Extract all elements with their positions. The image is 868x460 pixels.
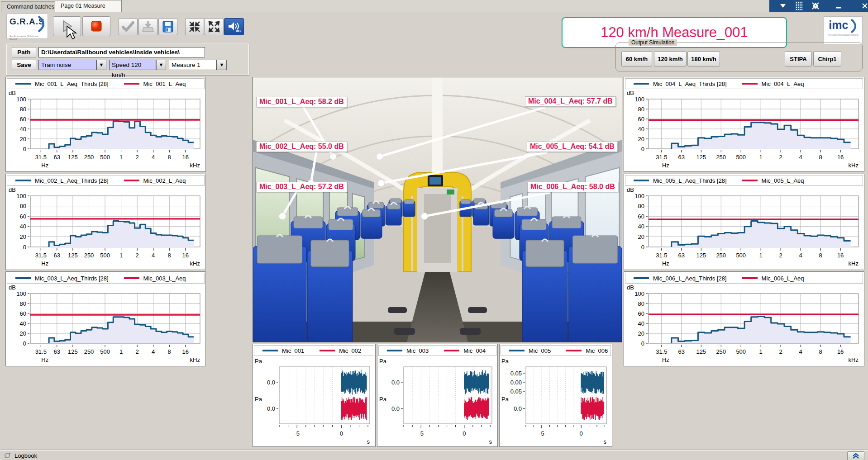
x-tick-label: 4 <box>152 154 155 161</box>
x-tick-label: -5 <box>418 430 424 437</box>
chart-mic004-thirds[interactable]: Mic_004_L_Aeq_Thirds [28]Mic_004_L_AeqdB… <box>624 77 864 172</box>
gras-logo-tagline: An Axiometrix Solutions Brand <box>10 35 46 40</box>
mic-marker-label: Mic_006_L_Aeq: 58.0 dB <box>527 182 618 192</box>
y-tick-label: 100 <box>634 96 644 103</box>
sim-stipa-button[interactable]: STIPA <box>785 51 812 66</box>
sim-60kmh-button[interactable]: 60 km/h <box>621 51 652 66</box>
chart-mic002-thirds[interactable]: Mic_002_L_Aeq_Thirds [28]Mic_002_L_AeqdB… <box>5 174 206 270</box>
measurement-type-dropdown[interactable]: Train noise <box>38 60 96 70</box>
speed-dropdown[interactable]: Speed 120 km/h <box>109 60 156 70</box>
legend-line-swatch <box>387 350 402 351</box>
dock-window-icon[interactable] <box>811 2 819 9</box>
tab-page-01-measure[interactable]: Page 01 Measure <box>55 0 122 12</box>
chart-legend: Mic_001Mic_002 <box>254 345 374 356</box>
chart-time-mic005-mic006[interactable]: Mic_005Mic_006PaPa0.050.00-0.050.0-50s <box>499 344 612 447</box>
mouse-cursor <box>66 25 78 41</box>
mic-marker-label: Mic_005_L_Aeq: 54.1 dB <box>527 142 618 152</box>
y-tick-label: 100 <box>16 290 26 297</box>
legend-label: Mic_002_L_Aeq_Thirds [28] <box>35 177 109 184</box>
chart-mic001-thirds[interactable]: Mic_001_L_Aeq_Thirds [28]Mic_001_L_AeqdB… <box>5 77 206 172</box>
export-button[interactable] <box>138 18 157 35</box>
spectrum-plot: dB10080604020031.563125250500124816HzkHz <box>6 284 205 365</box>
save-button[interactable]: Save <box>12 60 36 70</box>
x-tick-label: 31.5 <box>656 154 667 161</box>
sim-180kmh-button[interactable]: 180 km/h <box>687 51 720 66</box>
y-tick-label: 0.0 <box>514 405 522 412</box>
legend-line-swatch <box>124 83 139 85</box>
dropdown-arrow-icon[interactable]: ▼ <box>156 60 166 70</box>
y-tick-label: 100 <box>16 193 26 199</box>
chart-mic005-thirds[interactable]: Mic_005_L_Aeq_Thirds [28]Mic_005_L_AeqdB… <box>624 174 864 270</box>
chart-mic003-thirds[interactable]: Mic_003_L_Aeq_Thirds [28]Mic_003_L_AeqdB… <box>5 271 206 366</box>
y-tick-label: 80 <box>638 300 644 307</box>
sim-chirp1-button[interactable]: Chirp1 <box>813 51 841 66</box>
x-axis-unit: s <box>604 438 607 445</box>
x-tick-label: 2 <box>779 154 782 161</box>
x-tick-label: 1 <box>759 252 763 259</box>
y-axis-unit: Pa <box>501 396 509 403</box>
train-interior-photo: Mic_001_L_Aeq: 58.2 dBMic_004_L_Aeq: 57.… <box>253 77 622 342</box>
legend-item: Mic_005 <box>509 347 551 354</box>
chart-legend: Mic_005_L_Aeq_Thirds [28]Mic_005_L_Aeq <box>625 175 863 186</box>
dropdown-arrow-icon[interactable]: ▼ <box>96 60 106 70</box>
accept-button[interactable] <box>119 18 138 35</box>
legend-item: Mic_006_L_Aeq_Thirds [28] <box>634 275 727 282</box>
legend-line-swatch <box>15 83 31 85</box>
legend-item: Mic_002_L_Aeq <box>124 177 186 184</box>
legend-line-swatch <box>15 277 31 279</box>
chart-mic006-thirds[interactable]: Mic_006_L_Aeq_Thirds [28]Mic_006_L_AeqdB… <box>624 271 864 366</box>
x-tick-label: 250 <box>716 252 726 259</box>
check-icon <box>121 21 135 33</box>
imc-logo: imc An Axiometrix Solutions Brand <box>824 16 863 44</box>
y-tick-label: -0.05 <box>508 388 522 395</box>
expand-layout-button[interactable] <box>205 18 224 35</box>
x-tick-label: 1 <box>119 154 123 161</box>
chart-time-mic001-mic002[interactable]: Mic_001Mic_002PaPa0.00.0-50s <box>253 344 376 447</box>
x-tick-label: 250 <box>84 348 94 355</box>
stop-button[interactable] <box>82 16 110 36</box>
y-tick-label: 80 <box>638 106 644 113</box>
y-axis-unit: dB <box>627 284 634 291</box>
y-tick-label: 0 <box>641 146 644 152</box>
y-tick-label: 20 <box>20 233 26 240</box>
close-button[interactable] <box>861 2 868 9</box>
y-tick-label: 60 <box>20 310 26 317</box>
legend-label: Mic_003_L_Aeq_Thirds [28] <box>35 275 109 282</box>
audio-output-button[interactable]: dB <box>224 18 244 35</box>
minimize-button[interactable] <box>835 3 842 9</box>
window-controls <box>769 0 868 12</box>
save-file-button[interactable] <box>158 18 177 35</box>
chart-time-mic003-mic004[interactable]: Mic_003Mic_004PaPa0.00.0-50s <box>377 344 498 447</box>
sim-120kmh-button[interactable]: 120 km/h <box>654 51 687 66</box>
path-button[interactable]: Path <box>12 47 36 57</box>
speaker-db-icon: dB <box>227 20 241 33</box>
x-tick-label: 8 <box>819 252 822 259</box>
logbook-label[interactable]: Logbook <box>14 452 37 459</box>
imc-logo-text: imc <box>829 18 848 32</box>
chart-legend: Mic_002_L_Aeq_Thirds [28]Mic_002_L_Aeq <box>7 175 205 186</box>
dot-grid-icon[interactable] <box>794 1 803 11</box>
y-tick-label: 0 <box>23 340 26 347</box>
save-floppy-icon <box>162 20 174 33</box>
dropdown-triangle-icon[interactable] <box>779 3 786 9</box>
y-tick-label: 40 <box>20 126 26 133</box>
gras-logo: G.R.A.S An Axiometrix Solutions Brand <box>6 14 48 39</box>
legend-line-swatch <box>124 180 139 181</box>
x-axis-unit-left: Hz <box>662 162 669 169</box>
y-tick-label: 100 <box>634 290 644 297</box>
compress-layout-button[interactable] <box>185 18 204 35</box>
x-tick-label: 16 <box>837 348 844 355</box>
y-tick-label: 0 <box>641 244 644 251</box>
dropdown-arrow-icon[interactable]: ▼ <box>217 60 227 70</box>
gras-logo-arc <box>38 15 48 33</box>
mic-position-dot <box>421 213 428 220</box>
x-tick-label: 31.5 <box>35 348 47 355</box>
measure-number-dropdown[interactable]: Measure 1 <box>169 60 217 70</box>
y-axis-unit: dB <box>9 90 16 96</box>
restore-panel-button[interactable] <box>847 451 864 460</box>
x-tick-label: 500 <box>736 348 746 355</box>
path-field[interactable]: D:\Userdata\Railbound vehicles\Inside ve… <box>38 47 205 57</box>
legend-line-swatch <box>124 277 139 279</box>
y-tick-label: 100 <box>16 96 26 103</box>
x-tick-label: 500 <box>100 252 110 259</box>
